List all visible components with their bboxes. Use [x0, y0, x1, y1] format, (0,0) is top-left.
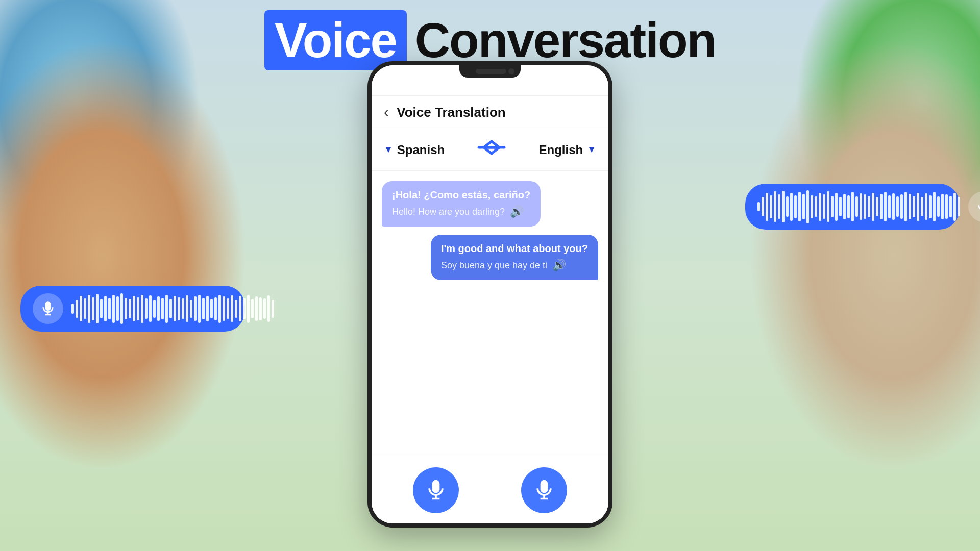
waveform-bar — [782, 191, 785, 222]
waveform-bar — [880, 194, 883, 219]
waveform-bar — [958, 197, 960, 216]
waveform-bar — [884, 192, 887, 221]
waveform-left — [20, 286, 245, 332]
lang-right-arrow: ▼ — [587, 144, 596, 155]
waveform-bar — [80, 296, 82, 321]
waveform-bar — [953, 193, 956, 221]
waveform-bar — [239, 296, 241, 321]
waveform-bar — [888, 195, 891, 218]
waveform-right-mic — [968, 191, 980, 222]
title-conversation: Conversation — [415, 13, 716, 67]
waveform-bar — [876, 197, 878, 216]
waveform-bar — [145, 298, 148, 319]
waveform-right-bars — [757, 190, 960, 223]
waveform-bar — [778, 194, 780, 219]
mic-button-row — [372, 457, 608, 523]
language-right-label: English — [539, 143, 583, 157]
waveform-bar — [860, 193, 862, 220]
waveform-bar — [112, 295, 115, 323]
waveform-bar — [806, 190, 809, 223]
waveform-bar — [141, 295, 143, 323]
swap-icon — [476, 137, 507, 162]
waveform-bar — [259, 297, 262, 320]
chat-area: ¡Hola! ¿Como estás, cariño? Hello! How a… — [372, 171, 608, 457]
waveform-bar — [178, 297, 180, 320]
waveform-left-mic-icon — [40, 300, 56, 317]
speaker-icon-1[interactable]: 🔊 — [510, 205, 524, 218]
waveform-bar — [770, 195, 772, 218]
waveform-bar — [198, 295, 201, 323]
waveform-bar — [267, 295, 270, 322]
waveform-bar — [169, 299, 172, 318]
waveform-right-mic-icon — [975, 198, 980, 215]
waveform-bar — [133, 296, 135, 321]
waveform-bar — [214, 297, 217, 320]
waveform-bar — [892, 193, 895, 220]
waveform-bar — [223, 296, 225, 321]
mic-button-left[interactable] — [413, 467, 459, 513]
waveform-bar — [925, 193, 927, 220]
message-bubble-right-1: I'm good and what about you? Soy buena y… — [431, 235, 598, 280]
waveform-bar — [909, 194, 911, 219]
waveform-bar — [243, 298, 246, 319]
waveform-bar — [774, 191, 776, 222]
waveform-bar — [174, 296, 176, 321]
language-selector: ▼ Spanish English ▼ — [372, 129, 608, 171]
back-button[interactable]: ‹ — [384, 104, 388, 120]
waveform-bar — [161, 298, 164, 319]
waveform-bar — [165, 295, 168, 323]
waveform-right — [745, 184, 960, 230]
waveform-bar — [149, 295, 152, 322]
waveform-bar — [210, 299, 213, 318]
waveform-bar — [96, 294, 99, 323]
waveform-bar — [949, 196, 952, 217]
message-primary-2: I'm good and what about you? — [441, 243, 588, 255]
waveform-bar — [831, 196, 834, 217]
waveform-bar — [757, 202, 760, 211]
waveform-bar — [108, 298, 111, 319]
waveform-bar — [855, 196, 858, 217]
speaker-icon-2[interactable]: 🔊 — [552, 259, 566, 272]
waveform-bar — [851, 192, 854, 221]
waveform-bar — [88, 295, 90, 323]
waveform-bar — [933, 192, 936, 221]
waveform-bar — [913, 196, 915, 217]
waveform-bar — [798, 192, 801, 221]
waveform-bar — [904, 192, 907, 221]
message-secondary-1: Hello! How are you darling? 🔊 — [392, 205, 530, 218]
waveform-bar — [847, 195, 850, 218]
waveform-bar — [802, 194, 805, 219]
mic-button-right[interactable] — [521, 467, 567, 513]
phone-notch-area — [372, 65, 608, 96]
waveform-bar — [202, 298, 205, 319]
waveform-bar — [235, 300, 237, 318]
waveform-bar — [941, 194, 944, 219]
waveform-bar — [116, 296, 119, 321]
waveform-bar — [272, 300, 274, 318]
waveform-bar — [827, 191, 829, 222]
mic-left-icon — [425, 479, 447, 502]
phone-mockup: ‹ Voice Translation ▼ Spanish — [368, 61, 612, 528]
waveform-bar — [868, 196, 870, 217]
waveform-bar — [900, 194, 903, 219]
waveform-bar — [186, 295, 188, 322]
message-primary-1: ¡Hola! ¿Como estás, cariño? — [392, 189, 530, 201]
waveform-left-bars — [71, 293, 274, 324]
waveform-bar — [255, 296, 258, 321]
waveform-bar — [896, 196, 899, 217]
mic-right-icon — [533, 479, 555, 502]
waveform-bar — [76, 300, 78, 318]
waveform-bar — [937, 196, 940, 217]
waveform-bar — [819, 193, 821, 221]
message-secondary-2: Soy buena y que hay de ti 🔊 — [441, 259, 588, 272]
notch-pill — [476, 69, 506, 74]
waveform-bar — [120, 293, 123, 324]
language-right-button[interactable]: English ▼ — [539, 143, 597, 157]
waveform-bar — [945, 194, 948, 219]
waveform-bar — [843, 194, 846, 219]
waveform-bar — [839, 197, 842, 216]
waveform-bar — [929, 195, 932, 218]
language-left-button[interactable]: ▼ Spanish — [384, 143, 445, 157]
phone-header: ‹ Voice Translation — [372, 96, 608, 129]
swap-languages-button[interactable] — [476, 137, 507, 162]
